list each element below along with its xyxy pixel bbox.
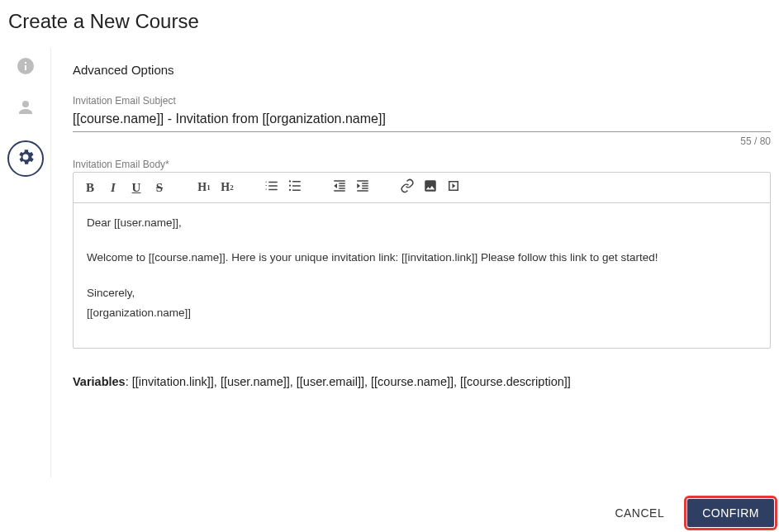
- step-info[interactable]: [16, 58, 36, 78]
- video-icon: [446, 178, 461, 197]
- image-icon: [423, 178, 438, 197]
- body-field-group: Invitation Email Body* B I U S H1 H2: [73, 159, 771, 349]
- body-line-2: Welcome to [[course.name]]. Here is your…: [87, 249, 757, 266]
- body-line-4: [[organization.name]]: [87, 305, 757, 321]
- confirm-button[interactable]: CONFIRM: [687, 499, 774, 527]
- editor-toolbar: B I U S H1 H2: [74, 173, 770, 203]
- h2-label-a: H: [221, 181, 230, 194]
- subject-input[interactable]: [73, 108, 771, 132]
- outdent-button[interactable]: [330, 178, 349, 197]
- body-spacer: [87, 270, 757, 282]
- toolbar-group-heading: H1 H2: [194, 178, 244, 197]
- image-button[interactable]: [420, 178, 440, 197]
- toolbar-group-text: B I U S: [80, 178, 176, 197]
- toolbar-group-indent: [330, 178, 379, 197]
- body-line-1: Dear [[user.name]],: [87, 215, 757, 231]
- indent-icon: [355, 178, 370, 197]
- person-icon: [16, 97, 36, 121]
- body-spacer: [87, 235, 757, 246]
- unordered-list-button[interactable]: [285, 178, 305, 197]
- h1-label-b: 1: [207, 183, 211, 192]
- italic-button[interactable]: I: [103, 178, 123, 197]
- unordered-list-icon: [287, 178, 302, 197]
- page-title: Create a New Course: [0, 0, 779, 48]
- step-settings[interactable]: [7, 140, 44, 177]
- variables-label: Variables: [73, 375, 126, 388]
- outdent-icon: [332, 178, 347, 197]
- link-icon: [400, 178, 415, 197]
- rich-text-editor: B I U S H1 H2: [73, 172, 771, 349]
- gear-icon: [16, 147, 36, 170]
- video-button[interactable]: [444, 178, 463, 197]
- body-label: Invitation Email Body*: [73, 159, 771, 170]
- indent-button[interactable]: [353, 178, 373, 197]
- h1-button[interactable]: H1: [194, 178, 214, 197]
- underline-button[interactable]: U: [126, 178, 146, 197]
- content-area: Advanced Options Invitation Email Subjec…: [51, 48, 779, 477]
- bold-button[interactable]: B: [80, 178, 100, 197]
- subject-field-group: Invitation Email Subject 55 / 80: [73, 95, 771, 147]
- link-button[interactable]: [397, 178, 417, 197]
- body-line-3: Sincerely,: [87, 285, 757, 302]
- subject-counter: 55 / 80: [73, 135, 771, 147]
- variables-list: : [[invitation.link]], [[user.name]], [[…: [126, 375, 571, 388]
- toolbar-group-list: [262, 178, 311, 197]
- toolbar-group-media: [397, 178, 470, 197]
- h2-button[interactable]: H2: [217, 178, 237, 197]
- info-icon: [16, 56, 36, 79]
- stepper: [0, 48, 51, 477]
- subject-label: Invitation Email Subject: [73, 95, 771, 107]
- variables-hint: Variables: [[invitation.link]], [[user.n…: [73, 375, 771, 388]
- ordered-list-icon: [264, 178, 279, 197]
- cancel-button[interactable]: CANCEL: [600, 499, 679, 527]
- h2-label-b: 2: [230, 183, 234, 192]
- section-heading: Advanced Options: [73, 63, 771, 77]
- layout: Advanced Options Invitation Email Subjec…: [0, 48, 779, 477]
- ordered-list-button[interactable]: [262, 178, 282, 197]
- step-user[interactable]: [16, 99, 36, 119]
- footer-actions: CANCEL CONFIRM: [600, 499, 774, 527]
- editor-body[interactable]: Dear [[user.name]], Welcome to [[course.…: [74, 203, 770, 348]
- h1-label-a: H: [197, 181, 207, 194]
- strike-button[interactable]: S: [150, 178, 169, 197]
